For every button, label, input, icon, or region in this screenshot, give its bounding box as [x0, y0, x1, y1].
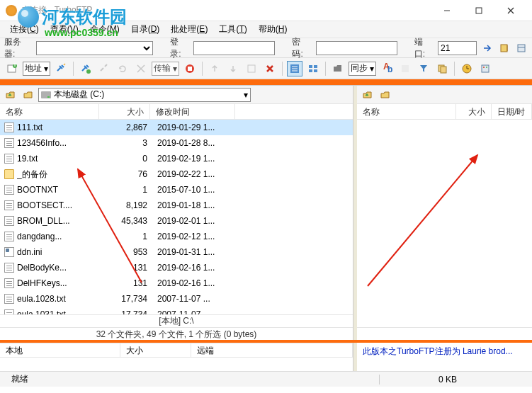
txt-icon [4, 123, 14, 132]
password-input[interactable] [316, 41, 397, 55]
about-text: 此版本之TurboFTP注册为 Laurie brod... [357, 343, 519, 370]
file-row[interactable]: DelBodyKe...1312019-02-16 1... [0, 260, 353, 275]
menu-v[interactable]: 查看(V) [45, 21, 84, 38]
transfer-combo[interactable]: 传输▾ [152, 62, 179, 76]
maximize-button[interactable] [463, 1, 494, 21]
file-row[interactable]: dangdang...12019-02-12 1... [0, 229, 353, 244]
qcol-local[interactable]: 本地 [0, 343, 120, 357]
file-date: 2019-02-12 1... [153, 232, 238, 241]
rcol-name[interactable]: 名称 [357, 104, 456, 119]
upload-icon[interactable] [207, 61, 222, 76]
file-name: DelHFKeys... [17, 278, 102, 288]
port-input[interactable] [438, 41, 477, 55]
file-row[interactable]: BOOTSECT....8,1922019-01-18 1... [0, 198, 353, 213]
file-size: 953 [102, 247, 153, 257]
settings-icon[interactable] [477, 61, 493, 76]
txt-icon [4, 263, 14, 273]
clear-icon[interactable] [397, 61, 413, 76]
details-view-icon[interactable] [287, 61, 302, 76]
queue-header: 本地 大小 远端 [0, 343, 353, 357]
file-row[interactable]: BOOTNXT12015-07-10 1... [0, 182, 353, 198]
local-status: 32 个文件夹, 49 个文件, 1 个所选 (0 bytes) [0, 327, 353, 340]
file-date: 2019-02-16 1... [153, 263, 238, 273]
up-folder-icon[interactable] [3, 87, 18, 103]
remote-home-icon[interactable] [378, 87, 393, 103]
file-row[interactable]: 19.txt02019-02-19 1... [0, 151, 353, 166]
file-name: 19.txt [17, 154, 102, 164]
sites-icon[interactable] [515, 42, 528, 55]
txt-icon [4, 309, 14, 314]
drive-label: 本地磁盘 (C:) [54, 89, 104, 101]
file-size: 17,734 [102, 294, 153, 304]
file-row[interactable]: 111.txt2,8672019-01-29 1... [0, 120, 353, 135]
remote-toolbar [357, 86, 532, 104]
local-path: [本地] C:\ [0, 314, 353, 327]
connect-go-icon[interactable] [481, 42, 494, 55]
stop-icon[interactable] [182, 61, 198, 76]
address-combo[interactable]: 地址▾ [23, 62, 50, 76]
schedule-icon[interactable] [459, 61, 475, 76]
remote-up-icon[interactable] [360, 87, 375, 103]
menu-m[interactable]: 命令(M) [84, 21, 125, 38]
server-combo[interactable] [36, 41, 153, 55]
home-folder-icon[interactable] [21, 87, 36, 103]
delete-icon[interactable] [262, 61, 278, 76]
abort-icon[interactable] [133, 61, 149, 76]
svg-rect-22 [314, 69, 317, 72]
file-row[interactable]: eula.1031.txt17,7342007-11-07 ... [0, 307, 353, 314]
remote-status [357, 327, 532, 340]
file-size: 2,867 [102, 123, 153, 132]
status-size: 0 KB [379, 375, 464, 385]
svg-rect-14 [248, 65, 255, 72]
menu-d[interactable]: 目录(D) [125, 21, 166, 38]
rcol-date[interactable]: 日期/时间 [492, 104, 532, 119]
remote-file-list[interactable] [357, 120, 532, 327]
filter-icon[interactable] [416, 61, 431, 76]
file-row[interactable]: BROM_DLL...45,3432019-02-01 1... [0, 213, 353, 229]
qcol-size[interactable]: 大小 [120, 343, 191, 357]
menu-h[interactable]: 帮助(H) [253, 21, 293, 38]
minimize-button[interactable] [431, 1, 463, 21]
menu-t[interactable]: 工具(T) [213, 21, 252, 38]
copy-icon[interactable] [434, 61, 450, 76]
svg-text:b: b [387, 64, 392, 74]
file-date: 2019-01-29 1... [153, 123, 238, 132]
sync-combo[interactable]: 同步▾ [349, 62, 376, 76]
file-name: 111.txt [17, 123, 102, 132]
refresh-icon[interactable] [115, 61, 130, 76]
reconnect-icon[interactable] [78, 61, 94, 76]
file-date: 2019-02-16 1... [153, 278, 238, 288]
file-name: eula.1028.txt [17, 294, 102, 304]
titlebar: 未连接 - TurboFTP [0, 0, 532, 21]
drive-combo[interactable]: 本地磁盘 (C:) ▾ [38, 88, 251, 102]
file-row[interactable]: ddn.ini9532019-01-31 1... [0, 244, 353, 260]
svg-rect-13 [188, 67, 192, 71]
file-row[interactable]: _的备份762019-02-22 1... [0, 166, 353, 182]
local-list-header: 名称 大小 修改时间 [0, 104, 353, 120]
list-view-icon[interactable] [305, 61, 321, 76]
compare-icon[interactable]: Ab [379, 61, 395, 76]
browse-icon[interactable] [330, 61, 346, 76]
file-row[interactable]: 123456Info...32019-01-28 8... [0, 135, 353, 151]
file-row[interactable]: eula.1028.txt17,7342007-11-07 ... [0, 291, 353, 307]
new-site-icon[interactable]: + [4, 61, 20, 76]
col-date[interactable]: 修改时间 [150, 104, 235, 119]
disconnect-icon[interactable] [96, 61, 112, 76]
local-file-list[interactable]: 111.txt2,8672019-01-29 1...123456Info...… [0, 120, 353, 314]
col-name[interactable]: 名称 [0, 104, 99, 119]
file-date: 2019-01-18 1... [153, 200, 238, 210]
file-row[interactable]: DelHFKeys...1312019-02-16 1... [0, 275, 353, 291]
qcol-remote[interactable]: 远端 [191, 343, 353, 357]
queue-body[interactable] [0, 357, 353, 370]
rcol-size[interactable]: 大小 [456, 104, 492, 119]
download-icon[interactable] [225, 61, 241, 76]
connect-icon[interactable] [53, 61, 69, 76]
close-button[interactable] [494, 1, 526, 21]
col-size[interactable]: 大小 [99, 104, 150, 119]
txt-icon [4, 138, 14, 148]
login-input[interactable] [193, 41, 275, 55]
svg-rect-19 [309, 65, 312, 68]
file-name: eula.1031.txt [17, 309, 102, 314]
view-icon[interactable] [244, 61, 259, 76]
address-book-icon[interactable] [498, 42, 511, 55]
